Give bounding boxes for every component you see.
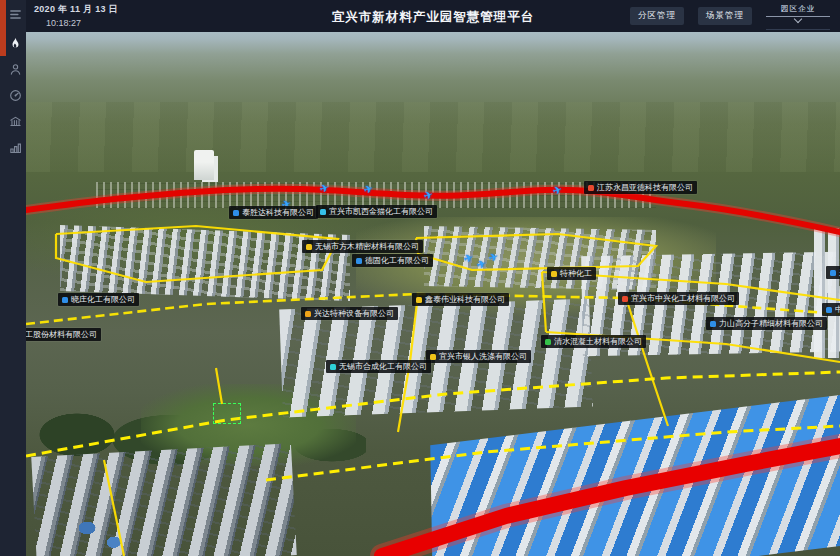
company-label[interactable]: 特种化工 — [547, 267, 596, 280]
company-label-text: 无锡市合成化工有限公司 — [339, 360, 427, 373]
company-label-text: 江苏永昌亚德科技有限公司 — [597, 181, 693, 194]
company-label[interactable]: 泰胜达科技有限公司 — [229, 206, 318, 219]
company-label[interactable]: 兴业化工有限公司 — [826, 266, 840, 279]
company-label[interactable]: 晓庄化工有限公司 — [58, 293, 139, 306]
company-label-text: 宜兴市凯西金猫化工有限公司 — [329, 205, 433, 218]
user-icon[interactable] — [7, 61, 23, 77]
company-label[interactable]: 力山高分子精细材料有限公司 — [706, 317, 827, 330]
sidebar-active-accent — [0, 0, 6, 56]
company-label-icon — [430, 354, 436, 360]
company-label[interactable]: 宜兴市中兴化工材料有限公司 — [618, 292, 739, 305]
company-label[interactable]: 清水混凝土材料有限公司 — [541, 335, 646, 348]
park-enterprise-dropdown[interactable]: 园区企业 — [766, 3, 830, 29]
company-label-icon — [551, 271, 557, 277]
company-label-icon — [416, 297, 422, 303]
company-label-icon — [356, 258, 362, 264]
company-label-text: 特种化工 — [560, 267, 592, 280]
top-bar: 2020 年 11 月 13 日 10:18:27 宜兴市新材料产业园智慧管理平… — [26, 0, 840, 32]
map-3d-view[interactable]: 泰胜达科技有限公司宜兴市凯西金猫化工有限公司无锡市方木精密材料有限公司德固化工有… — [26, 32, 840, 556]
company-label-icon — [233, 210, 239, 216]
selection-marquee[interactable] — [213, 403, 241, 424]
fire-icon[interactable] — [7, 35, 23, 51]
company-label-text: 宜兴市中兴化工材料有限公司 — [631, 292, 735, 305]
app-root: 2020 年 11 月 13 日 10:18:27 宜兴市新材料产业园智慧管理平… — [0, 0, 840, 556]
company-label-icon — [306, 244, 312, 250]
company-label-text: 泰胜达科技有限公司 — [242, 206, 314, 219]
company-label-icon — [826, 307, 832, 313]
company-label[interactable]: 德固化工有限公司 — [352, 254, 433, 267]
company-label-text: 德固化工有限公司 — [365, 254, 429, 267]
company-label-text: 中天材料有限公司 — [835, 303, 840, 316]
company-label-text: 无锡市方木精密材料有限公司 — [315, 240, 419, 253]
company-label-icon — [545, 339, 551, 345]
scene-management-button[interactable]: 场景管理 — [698, 7, 752, 25]
gauge-icon[interactable] — [7, 87, 23, 103]
header-actions: 分区管理 场景管理 园区企业 — [630, 0, 830, 32]
company-label-icon — [588, 185, 594, 191]
company-label-text: 兴达特种设备有限公司 — [314, 307, 394, 320]
zone-management-button[interactable]: 分区管理 — [630, 7, 684, 25]
sidebar — [0, 0, 26, 556]
company-label[interactable]: 鑫泰伟业科技有限公司 — [412, 293, 509, 306]
company-label-text: 鑫泰伟业科技有限公司 — [425, 293, 505, 306]
company-label[interactable]: 宜兴市凯西金猫化工有限公司 — [316, 205, 437, 218]
company-label[interactable]: 无锡市方木精密材料有限公司 — [302, 240, 423, 253]
factory-chart-icon[interactable] — [7, 139, 23, 155]
company-label-icon — [62, 297, 68, 303]
dropdown-divider-bottom — [766, 29, 830, 30]
company-label-text: 力山高分子精细材料有限公司 — [719, 317, 823, 330]
bank-building-icon[interactable] — [7, 113, 23, 129]
company-label[interactable]: 无锡市合成化工有限公司 — [326, 360, 431, 373]
company-label[interactable]: 中天材料有限公司 — [822, 303, 840, 316]
company-label[interactable]: 江苏永昌亚德科技有限公司 — [584, 181, 697, 194]
company-label-icon — [320, 209, 326, 215]
company-label-text: 宜兴市银人洗涤有限公司 — [439, 350, 527, 363]
company-label-icon — [305, 311, 311, 317]
company-label-text: 市化工股份材料有限公司 — [26, 328, 97, 341]
company-label-text: 晓庄化工有限公司 — [71, 293, 135, 306]
company-label-icon — [710, 321, 716, 327]
company-label-icon — [622, 296, 628, 302]
company-label[interactable]: 宜兴市银人洗涤有限公司 — [426, 350, 531, 363]
company-label-icon — [330, 364, 336, 370]
park-enterprise-dropdown-label: 园区企业 — [766, 3, 830, 14]
company-label-icon — [830, 270, 836, 276]
menu-icon[interactable] — [7, 6, 23, 22]
company-label-text: 清水混凝土材料有限公司 — [554, 335, 642, 348]
company-label[interactable]: 兴达特种设备有限公司 — [301, 307, 398, 320]
company-label[interactable]: 市化工股份材料有限公司 — [26, 328, 101, 341]
